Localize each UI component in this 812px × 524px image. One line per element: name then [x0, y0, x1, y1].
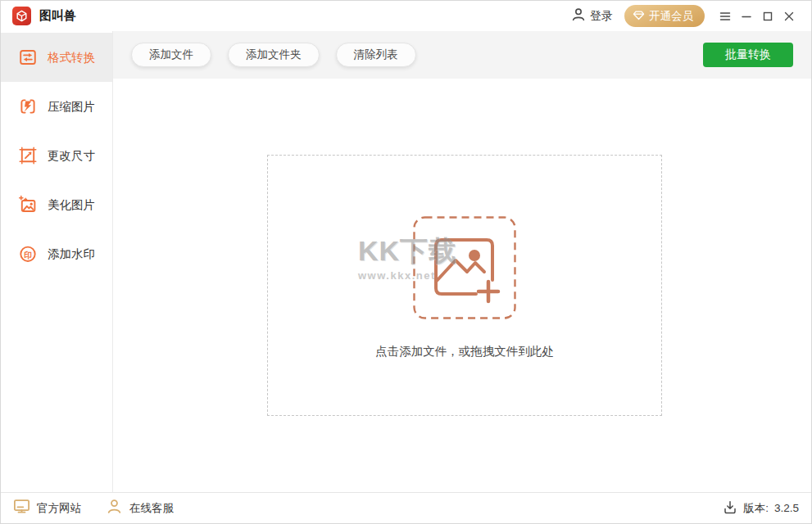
vip-label: 开通会员 [649, 9, 693, 24]
close-icon [786, 12, 793, 20]
official-website-label: 官方网站 [37, 501, 81, 516]
official-website-link[interactable]: 官方网站 [13, 498, 81, 518]
app-logo-icon [12, 7, 31, 25]
app-title: 图叫兽 [39, 8, 76, 24]
download-icon [723, 499, 737, 517]
sidebar-item-label: 更改尺寸 [48, 148, 95, 164]
add-folder-button[interactable]: 添加文件夹 [228, 43, 320, 67]
plus-icon [479, 282, 498, 301]
sidebar-item-beautify-image[interactable]: 美化图片 [1, 180, 112, 229]
online-support-label: 在线客服 [129, 501, 174, 516]
version-value: 3.2.5 [774, 502, 799, 514]
watermark-stamp-icon: 印 [18, 244, 38, 264]
version-info: 版本: 3.2.5 [723, 499, 799, 517]
minimize-button[interactable] [736, 6, 757, 27]
maximize-button[interactable] [757, 6, 778, 27]
dropzone-image-placeholder [413, 216, 516, 319]
vip-upgrade-button[interactable]: 开通会员 [624, 5, 705, 27]
sidebar-item-label: 添加水印 [48, 246, 95, 262]
menu-button[interactable] [714, 6, 736, 27]
titlebar-controls: 登录 开通会员 [571, 5, 800, 27]
monitor-icon [13, 498, 30, 518]
login-button[interactable]: 登录 [571, 7, 613, 25]
sidebar-item-label: 压缩图片 [48, 99, 95, 115]
clear-list-button[interactable]: 清除列表 [336, 43, 416, 67]
maximize-icon [764, 12, 772, 20]
footer-statusbar: 官方网站 在线客服 版本: 3.2.5 [1, 492, 811, 523]
online-support-link[interactable]: 在线客服 [106, 498, 174, 518]
main-panel: 添加文件 添加文件夹 清除列表 批量转换 [113, 31, 811, 492]
support-person-icon [106, 498, 123, 518]
file-dropzone[interactable]: 点击添加文件，或拖拽文件到此处 [267, 155, 662, 416]
login-label: 登录 [590, 9, 613, 24]
format-convert-icon [18, 47, 38, 67]
hamburger-icon [721, 13, 730, 20]
sidebar-item-compress-image[interactable]: 压缩图片 [1, 82, 112, 131]
beautify-image-icon [18, 195, 38, 215]
sidebar-item-resize[interactable]: 更改尺寸 [1, 131, 112, 180]
version-label: 版本: [743, 501, 769, 516]
user-icon [571, 7, 586, 25]
compress-image-icon [18, 97, 38, 116]
add-image-icon [427, 230, 502, 305]
dropzone-hint: 点击添加文件，或拖拽文件到此处 [268, 344, 661, 359]
toolbar: 添加文件 添加文件夹 清除列表 批量转换 [113, 31, 811, 79]
sidebar: 格式转换 压缩图片 [1, 31, 113, 492]
sidebar-item-format-convert[interactable]: 格式转换 [1, 33, 112, 82]
diamond-icon [633, 9, 645, 24]
close-button[interactable] [778, 6, 800, 27]
titlebar: 图叫兽 登录 开通会员 [1, 1, 811, 31]
sidebar-item-add-watermark[interactable]: 印 添加水印 [1, 229, 112, 278]
sidebar-item-label: 格式转换 [48, 50, 95, 66]
svg-text:印: 印 [24, 251, 32, 260]
sidebar-item-label: 美化图片 [48, 197, 95, 213]
app-window: 图叫兽 登录 开通会员 [0, 0, 812, 524]
resize-icon [18, 146, 38, 165]
batch-convert-button[interactable]: 批量转换 [703, 43, 793, 67]
file-list-area: 点击添加文件，或拖拽文件到此处 KK下载 www.kkx.net [113, 79, 811, 492]
add-file-button[interactable]: 添加文件 [131, 43, 211, 67]
